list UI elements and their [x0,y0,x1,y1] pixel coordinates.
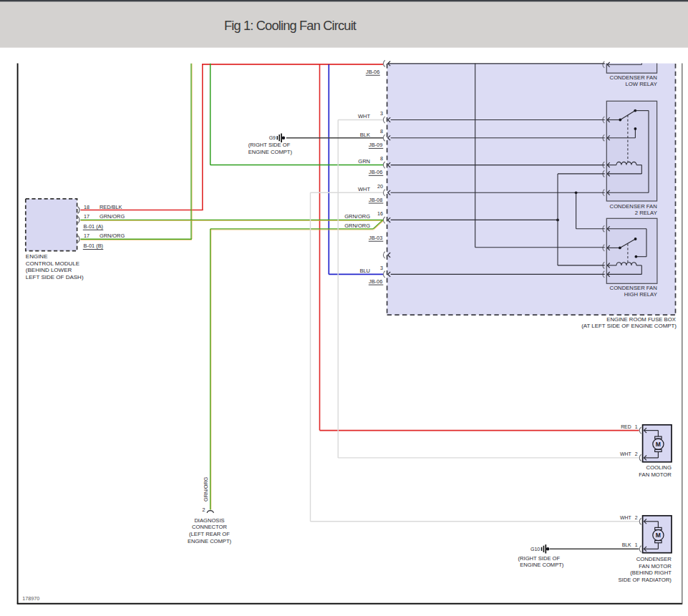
svg-text:3: 3 [380,265,383,271]
svg-text:CONNECTOR: CONNECTOR [192,524,227,530]
svg-text:(RIGHT SIDE OF: (RIGHT SIDE OF [248,142,291,148]
svg-text:CONDENSER FAN: CONDENSER FAN [610,74,657,81]
svg-text:ENGINE: ENGINE [26,253,48,260]
svg-text:COOLING: COOLING [646,464,671,471]
svg-text:CONDENSER FAN: CONDENSER FAN [610,285,657,291]
svg-text:2 RELAY: 2 RELAY [635,210,657,216]
svg-text:(RIGHT SIDE OF: (RIGHT SIDE OF [518,555,561,562]
svg-text:ENGINE COMPT): ENGINE COMPT) [520,562,564,568]
svg-text:ENGINE COMPT): ENGINE COMPT) [188,538,232,544]
svg-text:CONDENSER: CONDENSER [636,556,672,562]
svg-text:JB-03: JB-03 [369,235,382,241]
svg-text:G10: G10 [530,547,540,552]
svg-text:178970: 178970 [22,595,39,602]
svg-text:ENGINE ROOM FUSE BOX: ENGINE ROOM FUSE BOX [606,316,676,323]
svg-text:GRN/ORG: GRN/ORG [344,213,370,220]
svg-text:LEFT SIDE OF DASH): LEFT SIDE OF DASH) [26,274,84,280]
svg-text:GRN/ORG: GRN/ORG [100,233,125,239]
svg-text:2: 2 [635,515,638,520]
svg-text:BLK: BLK [622,542,631,547]
svg-text:G9: G9 [269,135,276,140]
svg-text:RED/BLK: RED/BLK [100,204,122,210]
svg-text:2: 2 [203,507,205,513]
svg-text:18: 18 [84,204,89,210]
svg-text:B-01 (A): B-01 (A) [84,223,104,230]
svg-text:(BEHIND LOWER: (BEHIND LOWER [26,267,72,273]
svg-text:ENGINE COMPT): ENGINE COMPT) [248,149,293,155]
svg-text:8: 8 [380,128,383,135]
svg-text:(LEFT REAR OF: (LEFT REAR OF [189,531,230,537]
svg-text:M: M [656,441,661,448]
svg-text:JB-06: JB-06 [369,278,382,285]
svg-text:WHT: WHT [620,451,631,456]
svg-text:GRN/ORG: GRN/ORG [203,476,209,502]
svg-text:BLK: BLK [360,132,370,138]
svg-text:WHT: WHT [620,515,631,520]
svg-text:GRN: GRN [358,158,370,165]
svg-text:Fig 1: Cooling Fan Circuit: Fig 1: Cooling Fan Circuit [224,18,357,33]
svg-text:(BEHIND RIGHT: (BEHIND RIGHT [630,569,672,576]
svg-text:JB-06: JB-06 [366,69,379,75]
svg-text:SIDE OF RADIATOR): SIDE OF RADIATOR) [618,577,672,583]
svg-text:1: 1 [635,542,638,547]
svg-text:CONTROL MODULE: CONTROL MODULE [26,260,79,267]
svg-text:JB-08: JB-08 [369,197,382,203]
svg-text:1: 1 [635,424,638,429]
svg-text:CONDENSER FAN: CONDENSER FAN [610,203,657,210]
svg-text:BLU: BLU [359,268,370,274]
svg-text:17: 17 [84,233,89,239]
svg-text:RED: RED [621,424,631,429]
svg-text:LOW RELAY: LOW RELAY [626,81,657,87]
svg-text:B-01 (B): B-01 (B) [84,243,104,249]
svg-text:GRN/ORG: GRN/ORG [100,213,125,220]
svg-text:WHT: WHT [358,113,370,119]
svg-text:JB-09: JB-09 [369,142,382,148]
svg-text:17: 17 [84,213,89,220]
svg-text:HIGH RELAY: HIGH RELAY [624,291,657,298]
svg-text:(AT LEFT SIDE OF ENGINE COMPT): (AT LEFT SIDE OF ENGINE COMPT) [581,323,677,329]
svg-text:GRN/ORG: GRN/ORG [344,223,370,229]
svg-text:FAN MOTOR: FAN MOTOR [639,563,672,569]
svg-text:FAN MOTOR: FAN MOTOR [639,471,672,478]
svg-text:WHT: WHT [358,186,370,192]
svg-text:20: 20 [377,183,383,190]
svg-text:M: M [656,532,661,539]
svg-text:3: 3 [380,110,383,117]
svg-text:JB-06: JB-06 [369,169,382,175]
svg-text:8: 8 [380,155,383,162]
svg-text:DIAGNOSIS: DIAGNOSIS [194,517,224,524]
svg-text:2: 2 [635,451,638,456]
svg-text:16: 16 [377,210,383,217]
